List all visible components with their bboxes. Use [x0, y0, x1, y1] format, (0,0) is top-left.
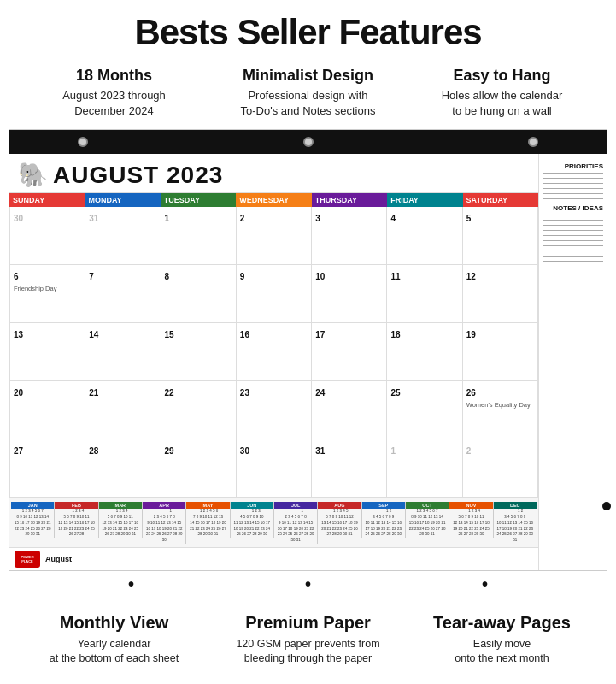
- priority-line: [543, 193, 603, 194]
- mini-month-apr: APR 1 2 3 4 5 6 7 8 9 10 11 12 13 14 15 …: [143, 502, 186, 544]
- cal-cell: 8: [161, 265, 237, 323]
- day-label-friday: FRIDAY: [387, 193, 462, 207]
- mini-month-dates: 1 2 3 4 5 6 7 8 9 10 11 12 13 14 15 16 1…: [143, 509, 185, 544]
- bf-paper-desc: 120 GSM paper prevents from bleeding thr…: [220, 637, 395, 667]
- calendar-bottom-bar: POWER PLACE August: [9, 547, 538, 570]
- date-number: 1: [390, 446, 396, 456]
- page-title: Bests Seller Features: [9, 12, 607, 53]
- bf-monthly-desc: Yearly calendar at the bottom of each sh…: [26, 637, 201, 667]
- month-title: AUGUST 2023: [53, 162, 223, 189]
- cal-cell: 31: [312, 439, 387, 498]
- cal-cell: 31: [85, 207, 161, 265]
- cal-cell: 25: [387, 381, 462, 439]
- date-number: 31: [315, 446, 325, 456]
- date-number: 11: [390, 272, 400, 281]
- date-number: 9: [240, 272, 245, 281]
- cal-cell: 2: [237, 207, 312, 265]
- cal-cell: 26Women's Equality Day: [463, 381, 538, 439]
- cal-cell: 4: [387, 207, 462, 265]
- notes-line: [543, 230, 603, 231]
- mini-month-dates: 1 2 3 4 5 6 7 8 9 10 11 12 13 14 15 16 1…: [318, 509, 361, 538]
- cal-cell: 13: [10, 323, 85, 381]
- dot-connector-left: •: [128, 575, 134, 594]
- date-number: 30: [14, 214, 23, 223]
- dot-connector-center: •: [305, 575, 311, 594]
- mini-month-label: JAN: [11, 502, 54, 509]
- date-number: 8: [165, 272, 170, 281]
- bf-tearaway-desc: Easily move onto the next month: [414, 637, 589, 667]
- cal-cell: 27: [10, 439, 85, 498]
- date-number: 25: [390, 388, 400, 398]
- bf-tearaway-title: Tear-away Pages: [414, 613, 589, 633]
- date-number: 18: [390, 330, 400, 339]
- date-number: 23: [240, 388, 249, 398]
- mini-month-dates: 1 2 3 4 5 6 7 8 9 10 11 12 13 14 15 16 1…: [55, 509, 97, 538]
- date-number: 19: [466, 330, 476, 339]
- mini-month-dates: 1 2 3 4 5 6 7 8 9 10 11 12 13 14 15 16 1…: [494, 509, 537, 544]
- date-number: 28: [89, 446, 98, 456]
- day-label-tuesday: TUESDAY: [161, 193, 236, 207]
- mini-month-may: MAY 1 2 3 4 5 6 7 8 9 10 11 12 13 14 15 …: [186, 502, 230, 538]
- priority-line: [543, 198, 603, 199]
- feature-minimalist-title: Minimalist Design: [220, 67, 395, 85]
- feature-hang-desc: Holes allow the calendar to be hung on a…: [414, 88, 589, 119]
- date-number: 2: [240, 214, 245, 223]
- date-number: 13: [14, 330, 23, 339]
- date-number: 14: [89, 330, 98, 339]
- date-number: 3: [315, 214, 320, 223]
- bf-monthly-title: Monthly View: [26, 613, 201, 633]
- mini-month-dates: 1 2 3 4 5 6 7 8 9 10 11 12 13 14 15 16 1…: [231, 509, 273, 538]
- mini-month-jul: JUL 1 2 3 4 5 6 7 8 9 10 11 12 13 14 15 …: [274, 502, 318, 544]
- notes-line: [543, 256, 603, 256]
- date-number: 2: [466, 446, 472, 456]
- top-features-row: 18 Months August 2023 through December 2…: [0, 62, 616, 129]
- date-number: 20: [14, 388, 23, 398]
- cal-cell: 14: [85, 323, 161, 381]
- mini-month-label: MAR: [99, 502, 142, 509]
- cal-cell: 30: [237, 439, 312, 498]
- notes-ideas-label: NOTES / IDEAS: [543, 204, 603, 212]
- mini-month-dec: DEC 1 2 3 4 5 6 7 8 9 10 11 12 13 14 15 …: [494, 502, 537, 544]
- feature-minimalist: Minimalist Design Professional design wi…: [220, 67, 395, 119]
- calendar-animal-icon: 🐘: [18, 161, 48, 189]
- cal-cell: 2: [463, 439, 538, 498]
- mini-month-feb: FEB 1 2 3 4 5 6 7 8 9 10 11 12 13 14 15 …: [55, 502, 98, 538]
- day-label-wednesday: WEDNESDAY: [236, 193, 311, 207]
- current-month-label: August: [45, 555, 72, 563]
- month-header: 🐘 AUGUST 2023: [9, 154, 538, 192]
- cal-cell: 9: [237, 265, 312, 323]
- notes-line: [543, 215, 603, 215]
- mini-month-aug: AUG 1 2 3 4 5 6 7 8 9 10 11 12 13 14 15 …: [318, 502, 361, 538]
- calendar-main: 🐘 AUGUST 2023 SUNDAY MONDAY TUESDAY WEDN…: [9, 154, 538, 570]
- notes-line: [543, 245, 603, 246]
- feature-hang: Easy to Hang Holes allow the calendar to…: [414, 67, 589, 119]
- date-number: 4: [390, 214, 396, 223]
- feature-18months: 18 Months August 2023 through December 2…: [26, 67, 201, 119]
- days-header: SUNDAY MONDAY TUESDAY WEDNESDAY THURSDAY…: [9, 192, 538, 207]
- date-number: 10: [315, 272, 325, 281]
- cal-cell: 5: [463, 207, 538, 265]
- bottom-features-row: Monthly View Yearly calendar at the bott…: [0, 598, 616, 675]
- day-label-monday: MONDAY: [85, 193, 160, 207]
- mini-month-label: MAY: [186, 502, 229, 509]
- mini-month-label: OCT: [406, 502, 449, 509]
- event-label: Women's Equality Day: [466, 401, 534, 409]
- feature-minimalist-desc: Professional design with To-Do's and Not…: [220, 88, 395, 119]
- mini-month-dates: 1 2 3 4 5 6 7 8 9 10 11 12 13 14 15 16 1…: [406, 509, 449, 538]
- notes-line: [543, 240, 603, 241]
- day-label-sunday: SUNDAY: [9, 193, 85, 207]
- cal-cell: 19: [463, 323, 538, 381]
- notes-line: [543, 235, 603, 236]
- date-number: 5: [466, 214, 472, 223]
- cal-cell: 28: [85, 439, 161, 498]
- priority-line: [543, 178, 603, 179]
- mini-month-label: AUG: [318, 502, 361, 509]
- feature-18months-desc: August 2023 through December 2024: [26, 88, 201, 119]
- mini-month-label: JUL: [274, 502, 317, 509]
- cal-cell: 23: [237, 381, 312, 439]
- date-number: 29: [165, 446, 174, 456]
- mini-month-dates: 1 2 3 4 5 6 7 8 9 10 11 12 13 14 15 16 1…: [274, 509, 317, 544]
- binding-hole-center: [303, 137, 314, 147]
- date-number: 30: [240, 446, 249, 456]
- cal-cell: 22: [161, 381, 237, 439]
